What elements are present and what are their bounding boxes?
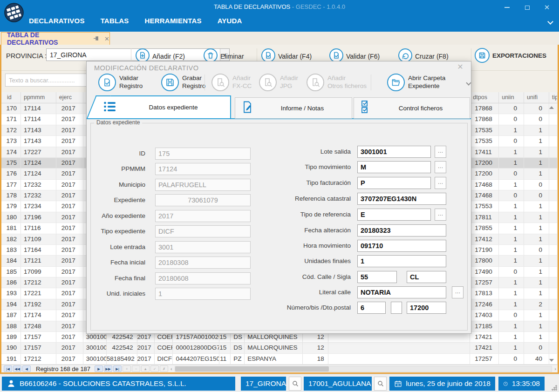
cell-uniin[interactable]: 0 bbox=[499, 267, 524, 277]
cell-ppmmm[interactable]: 17234 bbox=[21, 201, 56, 211]
cod-calle-field[interactable]: 55 bbox=[357, 271, 397, 283]
tipo-facturacion-field[interactable]: P bbox=[357, 177, 431, 189]
cell-uniin[interactable]: 1 bbox=[499, 288, 524, 298]
cell-dtpos[interactable]: 17257 bbox=[470, 277, 499, 288]
cell-dtpos[interactable]: 17246 bbox=[470, 299, 499, 310]
sigla-field[interactable]: CL bbox=[407, 271, 446, 283]
cell-id[interactable]: 174 bbox=[4, 147, 21, 157]
cell-ejerc[interactable]: 2017 bbox=[56, 277, 83, 288]
table-row[interactable]: 1911721220173001001581854922017DICF04442… bbox=[1, 354, 558, 365]
cell-id[interactable]: 193 bbox=[4, 288, 21, 298]
table-row[interactable]: 19017157201730010014225422017COEF0000128… bbox=[1, 343, 558, 353]
cell-tip[interactable] bbox=[549, 212, 558, 223]
cell-id[interactable]: 194 bbox=[4, 299, 21, 310]
cell-ppmmm[interactable]: 17227 bbox=[21, 147, 56, 157]
cell-id[interactable]: 171 bbox=[4, 114, 21, 124]
cell-tip[interactable] bbox=[549, 136, 558, 146]
cell-tip[interactable] bbox=[549, 245, 558, 255]
literal-calle-field[interactable]: NOTARIA bbox=[357, 286, 446, 298]
provincia-search-button[interactable] bbox=[289, 377, 301, 391]
cell-unifi[interactable]: 1 bbox=[524, 147, 549, 157]
cell-unifi[interactable]: 1 bbox=[524, 277, 549, 288]
save-record-button[interactable]: GrabarRegistro bbox=[182, 74, 205, 90]
cell-ejerc[interactable]: 2017 bbox=[56, 136, 83, 146]
cell-tip[interactable] bbox=[549, 180, 558, 190]
cell-ejerc[interactable]: 2017 bbox=[56, 180, 83, 190]
cell-ppmmm[interactable]: 17164 bbox=[21, 245, 56, 255]
cell-id[interactable]: 186 bbox=[4, 277, 21, 288]
cell-dtpos[interactable]: 17200 bbox=[470, 158, 499, 168]
cell-ppmmm[interactable]: 17192 bbox=[21, 299, 56, 310]
cell-unifi[interactable]: 1 bbox=[524, 201, 549, 211]
cell-ejerc[interactable]: 2017 bbox=[56, 321, 83, 331]
cell-dtpos[interactable]: 17490 bbox=[470, 267, 499, 277]
cell-tip[interactable] bbox=[549, 288, 558, 298]
nav-cancel-button[interactable]: ✗ bbox=[160, 365, 168, 372]
cell-dtpos[interactable]: 17553 bbox=[470, 201, 499, 211]
cell-tip[interactable] bbox=[549, 147, 558, 157]
scrollbar-thumb[interactable] bbox=[175, 366, 329, 372]
cell-unifi[interactable]: 0 bbox=[524, 180, 549, 190]
cell-uniin[interactable]: 1 bbox=[499, 125, 524, 135]
validate-f6-icon[interactable] bbox=[329, 48, 343, 62]
dto-postal-field[interactable]: 17200 bbox=[407, 302, 446, 314]
cell-dtpos[interactable]: 17257 bbox=[470, 354, 499, 364]
nav-last-button[interactable]: ▶| bbox=[113, 365, 122, 372]
cell-tipo[interactable]: COEF bbox=[155, 343, 173, 353]
menu-ayuda[interactable]: AYUDA bbox=[218, 17, 242, 25]
cell-unifi[interactable]: 0 bbox=[524, 343, 549, 353]
cell-ppmmm[interactable]: 17114 bbox=[21, 114, 56, 124]
cell-sigla[interactable]: PZ bbox=[231, 354, 245, 364]
tipo-referencia-browse-button[interactable]: … bbox=[435, 209, 446, 221]
cell-dtpos[interactable]: 17535 bbox=[470, 125, 499, 135]
cell-tip[interactable] bbox=[549, 267, 558, 277]
cell-unifi[interactable]: 1 bbox=[524, 234, 549, 244]
cell-tip[interactable] bbox=[549, 332, 558, 342]
cell-id[interactable]: 185 bbox=[4, 267, 21, 277]
cell-uniin[interactable]: 1 bbox=[499, 147, 524, 157]
cell-ejerc[interactable]: 2017 bbox=[56, 114, 83, 124]
cell-dtpos[interactable]: 17855 bbox=[470, 223, 499, 233]
cell-unifi[interactable]: 1 bbox=[524, 288, 549, 298]
cell-id[interactable]: 182 bbox=[4, 234, 21, 244]
cell-ejerc[interactable]: 2017 bbox=[56, 343, 83, 353]
cell-dtpos[interactable]: 17190 bbox=[470, 245, 499, 255]
cell-unifi[interactable]: 0 bbox=[524, 103, 549, 114]
validate-f4-icon[interactable] bbox=[261, 48, 275, 62]
column-header-id[interactable]: id bbox=[4, 92, 21, 103]
cell-uniin[interactable]: 1 bbox=[499, 180, 524, 190]
cell-tip[interactable] bbox=[549, 169, 558, 179]
cell-unifi[interactable]: 40 bbox=[524, 354, 549, 364]
cell-ejerc[interactable]: 2017 bbox=[56, 125, 83, 135]
cell-uniin[interactable]: 0 bbox=[499, 354, 524, 364]
cell-dtpos[interactable]: 17200 bbox=[470, 169, 499, 179]
cell-uniin[interactable]: 0 bbox=[499, 103, 524, 114]
cell-dtpos[interactable]: 17813 bbox=[470, 288, 499, 298]
cell-dtpos[interactable]: 17468 bbox=[470, 180, 499, 190]
resize-grip[interactable] bbox=[551, 385, 557, 391]
cell-tip[interactable] bbox=[549, 158, 558, 168]
cell-unifi[interactable]: 1 bbox=[524, 125, 549, 135]
open-folder-icon[interactable] bbox=[387, 74, 405, 91]
open-folder-button[interactable]: Abrir CarpetaExpediente bbox=[408, 74, 445, 90]
cell-ppmmm[interactable]: 17109 bbox=[21, 234, 56, 244]
pin-icon[interactable] bbox=[94, 34, 100, 43]
cell-ppmmm[interactable]: 17232 bbox=[21, 180, 56, 190]
cell-ejerc[interactable]: 2017 bbox=[56, 169, 83, 179]
cell-ppmmm[interactable]: 17232 bbox=[21, 190, 56, 201]
cell-id[interactable]: 188 bbox=[4, 321, 21, 331]
cell-num[interactable]: 11 bbox=[219, 354, 231, 364]
cell-ejerc[interactable]: 2017 bbox=[56, 147, 83, 157]
cell-unifi[interactable]: 1 bbox=[524, 310, 549, 320]
tab-close-icon[interactable]: ✕ bbox=[104, 35, 109, 42]
cell-dtpos[interactable]: 17535 bbox=[470, 136, 499, 146]
tipo-movimiento-field[interactable]: M bbox=[357, 161, 431, 173]
cell-ref[interactable]: 0444207EG1504S bbox=[173, 354, 219, 364]
tipo-referencia-field[interactable]: E bbox=[357, 209, 431, 221]
grid-scroll-down-icon[interactable] bbox=[549, 359, 554, 362]
save-record-icon[interactable] bbox=[161, 74, 179, 91]
cell-tip[interactable] bbox=[549, 321, 558, 331]
minimize-button[interactable] bbox=[498, 2, 516, 13]
cell-unifi[interactable]: 2 bbox=[524, 299, 549, 310]
cross-f8-button[interactable]: Cruzar (F8) bbox=[415, 53, 449, 60]
